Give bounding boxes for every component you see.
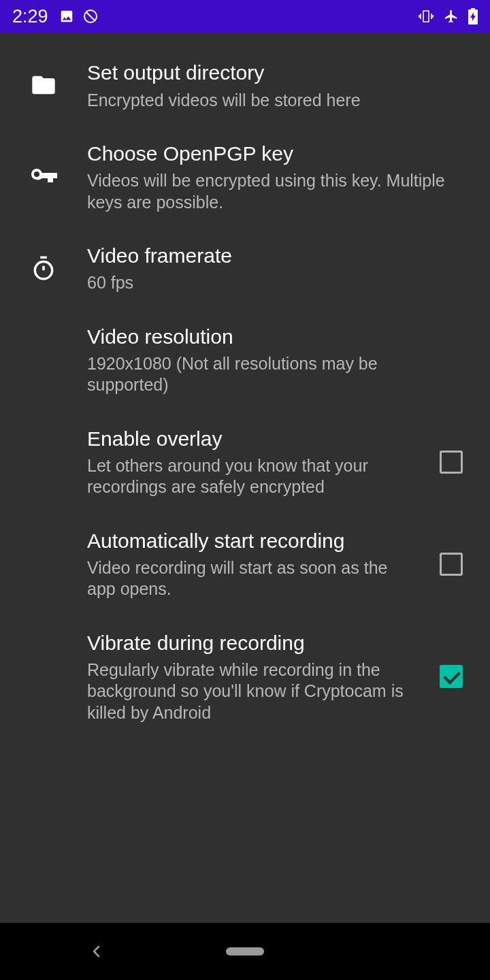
setting-title: Video framerate	[87, 243, 460, 269]
status-time: 2:29	[12, 6, 48, 27]
image-icon	[59, 9, 74, 24]
setting-output-directory[interactable]: Set output directory Encrypted videos wi…	[0, 45, 490, 126]
airplane-icon	[444, 9, 459, 24]
setting-subtitle: Encrypted videos will be stored here	[87, 90, 460, 111]
home-pill[interactable]	[226, 947, 264, 956]
setting-subtitle: 60 fps	[87, 272, 460, 293]
dnd-icon	[82, 8, 99, 24]
setting-title: Vibrate during recording	[87, 630, 421, 656]
status-bar: 2:29	[0, 0, 490, 33]
battery-charging-icon	[468, 8, 478, 24]
vibrate-checkbox[interactable]	[440, 665, 463, 688]
setting-title: Choose OpenPGP key	[87, 141, 460, 167]
svg-point-1	[35, 262, 52, 279]
setting-enable-overlay[interactable]: Enable overlay Let others around you kno…	[0, 411, 490, 513]
setting-subtitle: 1920x1080 (Not all resolutions may be su…	[87, 353, 460, 396]
vibrate-icon	[418, 8, 434, 24]
setting-title: Set output directory	[87, 60, 460, 86]
setting-vibrate-during-recording[interactable]: Vibrate during recording Regularly vibra…	[0, 615, 490, 738]
setting-title: Video resolution	[87, 324, 460, 350]
setting-auto-start-recording[interactable]: Automatically start recording Video reco…	[0, 513, 490, 615]
back-icon[interactable]	[88, 943, 105, 960]
setting-subtitle: Video recording will start as soon as th…	[87, 557, 421, 600]
setting-subtitle: Let others around you know that your rec…	[87, 455, 421, 498]
setting-title: Enable overlay	[87, 426, 421, 452]
setting-video-framerate[interactable]: Video framerate 60 fps	[0, 228, 490, 309]
navigation-bar	[0, 923, 490, 980]
timer-icon	[31, 255, 56, 281]
folder-icon	[30, 71, 57, 99]
setting-subtitle: Videos will be encrypted using this key.…	[87, 170, 460, 213]
setting-video-resolution[interactable]: Video resolution 1920x1080 (Not all reso…	[0, 309, 490, 411]
setting-subtitle: Regularly vibrate while recording in the…	[87, 659, 421, 723]
settings-list: Set output directory Encrypted videos wi…	[0, 33, 490, 923]
setting-openpgp-key[interactable]: Choose OpenPGP key Videos will be encryp…	[0, 126, 490, 228]
setting-title: Automatically start recording	[87, 528, 421, 554]
autostart-checkbox[interactable]	[440, 553, 463, 576]
overlay-checkbox[interactable]	[440, 451, 463, 474]
key-icon	[27, 161, 60, 193]
